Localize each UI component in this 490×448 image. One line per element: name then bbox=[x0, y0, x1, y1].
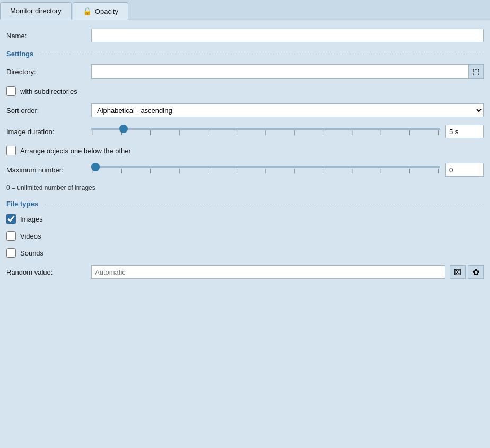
maximum-number-ticks: | | | | | | | | | | | | | bbox=[91, 168, 440, 173]
opacity-icon: 🔒 bbox=[83, 7, 92, 15]
image-duration-value[interactable] bbox=[446, 125, 490, 138]
clover-icon: ✿ bbox=[472, 267, 479, 277]
subdirectories-checkbox[interactable] bbox=[6, 86, 16, 96]
tab-monitor-directory[interactable]: Monitor directory bbox=[0, 2, 72, 20]
random-value-buttons: ⚄ ✿ bbox=[450, 265, 484, 279]
videos-checkbox[interactable] bbox=[6, 231, 16, 241]
directory-label: Directory: bbox=[6, 68, 91, 76]
maximum-number-row: Maximum number: | | | | | | | | | | | | … bbox=[6, 163, 484, 177]
file-types-header: File types bbox=[6, 200, 484, 208]
directory-row: Directory: ⬚ bbox=[6, 64, 484, 79]
maximum-number-spinbox: ▲ ▼ bbox=[445, 163, 484, 177]
random-value-input[interactable] bbox=[91, 265, 445, 279]
sounds-row: Sounds bbox=[6, 248, 484, 258]
directory-browse-button[interactable]: ⬚ bbox=[468, 65, 483, 78]
image-duration-row: Image duration: | | | | | | | | | | | | … bbox=[6, 125, 484, 138]
name-input[interactable] bbox=[91, 29, 484, 42]
videos-label: Videos bbox=[20, 232, 41, 240]
sort-order-label: Sort order: bbox=[6, 107, 91, 115]
images-row: Images bbox=[6, 214, 484, 224]
sort-order-select[interactable]: Alphabetical - ascending Alphabetical - … bbox=[91, 103, 484, 117]
sounds-label: Sounds bbox=[20, 249, 43, 257]
unlimited-note: 0 = unlimited number of images bbox=[6, 184, 484, 191]
images-label: Images bbox=[20, 215, 43, 223]
directory-input[interactable] bbox=[92, 65, 468, 78]
images-checkbox[interactable] bbox=[6, 214, 16, 224]
arrange-objects-row: Arrange objects one below the other bbox=[6, 146, 484, 155]
name-label: Name: bbox=[6, 32, 91, 40]
opacity-tab-label: Opacity bbox=[95, 7, 118, 15]
maximum-number-label: Maximum number: bbox=[6, 166, 91, 174]
subdirectories-row: with subdirectories bbox=[6, 86, 484, 96]
dice-button[interactable]: ⚄ bbox=[450, 265, 466, 279]
image-duration-spinbox: ▲ ▼ bbox=[445, 125, 484, 138]
sort-order-row: Sort order: Alphabetical - ascending Alp… bbox=[6, 103, 484, 117]
random-value-row: Random value: ⚄ ✿ bbox=[6, 265, 484, 279]
name-row: Name: bbox=[6, 29, 484, 42]
tab-opacity[interactable]: 🔒 Opacity bbox=[73, 2, 128, 20]
settings-header: Settings bbox=[6, 50, 484, 58]
clover-button[interactable]: ✿ bbox=[468, 265, 484, 279]
videos-row: Videos bbox=[6, 231, 484, 241]
tab-bar: Monitor directory 🔒 Opacity bbox=[0, 0, 490, 20]
sounds-checkbox[interactable] bbox=[6, 248, 16, 258]
directory-input-wrap: ⬚ bbox=[91, 64, 484, 79]
image-duration-label: Image duration: bbox=[6, 128, 91, 136]
maximum-number-slider-wrap: | | | | | | | | | | | | | bbox=[91, 166, 440, 173]
subdirectories-label: with subdirectories bbox=[20, 87, 77, 95]
image-duration-ticks: | | | | | | | | | | | | | bbox=[91, 130, 440, 135]
image-duration-slider-wrap: | | | | | | | | | | | | | bbox=[91, 128, 440, 135]
maximum-number-value[interactable] bbox=[446, 163, 490, 176]
dice-icon: ⚄ bbox=[454, 267, 461, 277]
main-content: Name: Settings Directory: ⬚ with subdire… bbox=[0, 20, 490, 287]
arrange-objects-label: Arrange objects one below the other bbox=[20, 147, 131, 155]
random-value-label: Random value: bbox=[6, 268, 91, 276]
monitor-directory-tab-label: Monitor directory bbox=[10, 7, 62, 15]
arrange-objects-checkbox[interactable] bbox=[6, 146, 16, 155]
